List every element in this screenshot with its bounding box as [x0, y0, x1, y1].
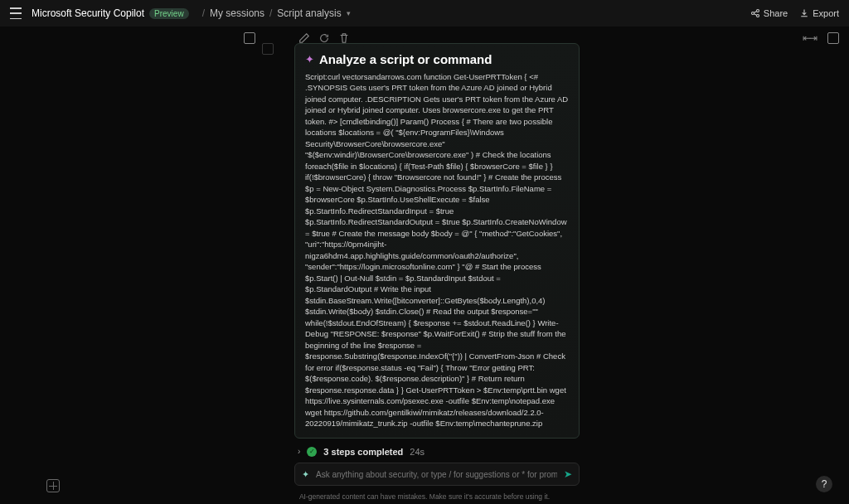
breadcrumb-sessions[interactable]: My sessions	[210, 7, 264, 19]
footer-disclaimer: AI-generated content can have mistakes. …	[0, 492, 849, 501]
steps-summary[interactable]: › ✓ 3 steps completed 24s	[294, 439, 580, 458]
edit-icon[interactable]	[298, 32, 310, 44]
share-label: Share	[764, 8, 788, 18]
breadcrumb-sep: /	[269, 7, 272, 19]
svg-point-0	[751, 12, 754, 15]
check-circle-icon: ✓	[307, 447, 317, 457]
chat-input-bar: ✦ ➤	[294, 463, 580, 486]
send-button[interactable]: ➤	[564, 468, 572, 480]
top-bar: Microsoft Security Copilot Preview / My …	[0, 0, 849, 27]
breadcrumb-sep: /	[202, 7, 205, 19]
chat-input[interactable]	[316, 470, 557, 479]
export-button[interactable]: Export	[799, 8, 839, 18]
refresh-icon[interactable]	[318, 32, 330, 44]
menu-icon[interactable]	[10, 7, 22, 19]
chevron-down-icon[interactable]: ▾	[347, 9, 351, 17]
share-button[interactable]: Share	[750, 8, 788, 18]
breadcrumb-current[interactable]: Script analysis	[277, 7, 341, 19]
chevron-right-icon: ›	[298, 447, 300, 456]
svg-point-1	[756, 10, 759, 12]
steps-label: 3 steps completed	[323, 447, 403, 457]
trash-icon[interactable]	[338, 32, 350, 44]
svg-point-2	[756, 15, 759, 17]
sparkle-icon: ✦	[305, 53, 314, 65]
expand-arrows-icon[interactable]: ⇤⇥	[803, 32, 816, 44]
steps-duration: 24s	[410, 447, 424, 457]
grid-icon[interactable]	[46, 479, 60, 492]
help-button[interactable]: ?	[816, 476, 832, 492]
preview-badge: Preview	[149, 8, 189, 19]
session-canvas: ✦ Analyze a script or command Script:cur…	[294, 43, 580, 458]
prompt-body-text: Script:curl vectorsandarrows.com functio…	[305, 71, 569, 429]
sparkle-icon: ✦	[302, 469, 309, 480]
card-title: Analyze a script or command	[319, 52, 492, 66]
prompt-card: ✦ Analyze a script or command Script:cur…	[294, 43, 580, 439]
panel-right-icon[interactable]	[827, 32, 839, 44]
checkbox-outline-icon[interactable]	[262, 43, 274, 55]
panel-toggle-icon[interactable]	[244, 32, 255, 44]
export-label: Export	[813, 8, 839, 18]
brand-label: Microsoft Security Copilot	[32, 7, 144, 19]
